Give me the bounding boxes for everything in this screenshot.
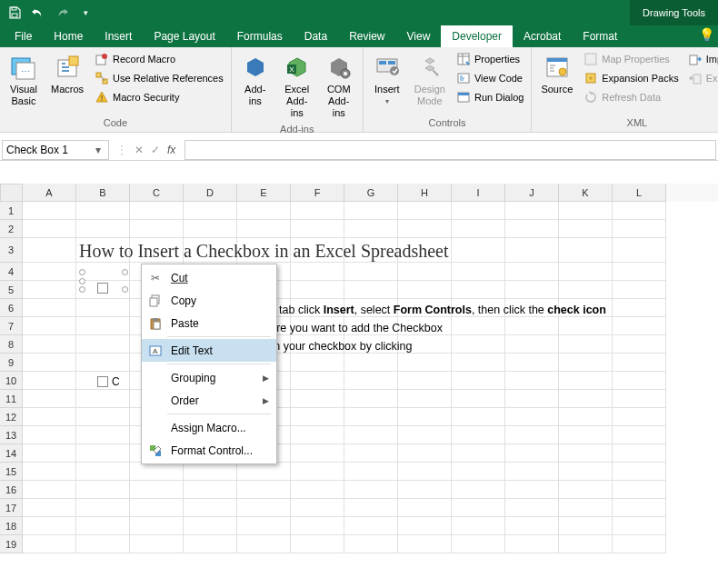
row-header[interactable]: 6	[0, 299, 23, 317]
row-header[interactable]: 10	[0, 372, 23, 390]
row-header[interactable]: 14	[0, 444, 23, 463]
row-header[interactable]: 2	[0, 220, 23, 238]
fx-icon[interactable]: fx	[167, 144, 175, 156]
col-header[interactable]: G	[344, 184, 398, 202]
separator	[167, 414, 271, 414]
source-label: Source	[541, 84, 573, 95]
tab-review[interactable]: Review	[338, 25, 395, 47]
design-mode-button[interactable]: Design Mode	[409, 49, 451, 117]
col-header[interactable]: I	[452, 184, 505, 202]
enter-formula-icon[interactable]: ✓	[151, 144, 160, 156]
run-dialog-button[interactable]: Run Dialog	[454, 89, 525, 105]
row-header[interactable]: 16	[0, 481, 23, 499]
row-header[interactable]: 12	[0, 408, 23, 426]
sheet-text-line: l where you want to add the Checkbox	[250, 322, 443, 334]
formula-bar-row: Check Box 1 ▾ ⋮ ✕ ✓ fx	[0, 139, 718, 161]
row-header[interactable]: 9	[0, 354, 23, 372]
svg-rect-37	[153, 318, 158, 321]
ctx-cut[interactable]: ✂Cut	[142, 266, 276, 289]
checkbox-form-control[interactable]: C	[97, 375, 120, 388]
addins-button[interactable]: Add- ins	[235, 49, 275, 124]
macros-button[interactable]: Macros	[45, 49, 89, 117]
ribbon-group-xml: Source Map Properties Expansion Packs Re…	[532, 47, 718, 132]
ctx-format-control[interactable]: Format Control...	[142, 439, 276, 462]
relative-refs-button[interactable]: Use Relative References	[93, 70, 225, 86]
row-header[interactable]: 7	[0, 317, 23, 335]
record-icon	[95, 52, 109, 66]
undo-icon[interactable]	[31, 5, 45, 20]
tab-file[interactable]: File	[4, 25, 43, 47]
col-header[interactable]: L	[613, 184, 666, 202]
row-header[interactable]: 15	[0, 463, 23, 481]
group-label-controls: Controls	[367, 117, 528, 130]
column-headers: A B C D E F G H I J K L	[0, 184, 718, 202]
ctx-label: Copy	[171, 294, 196, 307]
row-header[interactable]: 11	[0, 390, 23, 408]
row-header[interactable]: 17	[0, 499, 23, 517]
import-button[interactable]: Import	[686, 51, 718, 67]
excel-addins-icon: X	[283, 53, 312, 82]
col-header[interactable]: F	[291, 184, 344, 202]
tab-formulas[interactable]: Formulas	[226, 25, 294, 47]
col-header[interactable]: K	[559, 184, 613, 202]
name-box[interactable]: Check Box 1 ▾	[2, 140, 109, 160]
tab-data[interactable]: Data	[294, 25, 338, 47]
properties-button[interactable]: Properties	[454, 51, 525, 67]
ctx-paste[interactable]: Paste	[142, 312, 276, 334]
col-header[interactable]: D	[184, 184, 237, 202]
tab-page-layout[interactable]: Page Layout	[143, 25, 225, 47]
insert-control-button[interactable]: Insert▾	[367, 49, 407, 117]
svg-rect-35	[150, 298, 157, 306]
ctx-copy[interactable]: Copy	[142, 289, 276, 312]
ctx-assign-macro[interactable]: Assign Macro...	[142, 416, 276, 439]
col-header[interactable]: A	[23, 184, 76, 202]
col-header[interactable]: C	[130, 184, 184, 202]
tab-format[interactable]: Format	[572, 25, 628, 47]
tab-developer[interactable]: Developer	[441, 25, 513, 47]
excel-addins-button[interactable]: XExcel Add-ins	[277, 49, 317, 124]
ctx-edit-text[interactable]: AEdit Text	[142, 339, 276, 362]
row-header[interactable]: 8	[0, 335, 23, 354]
ctx-order[interactable]: Order▶	[142, 389, 276, 412]
row-header[interactable]: 5	[0, 281, 23, 299]
name-box-dropdown-icon[interactable]: ▾	[92, 144, 105, 156]
formula-bar[interactable]	[184, 140, 716, 160]
tell-me-icon[interactable]: 💡	[699, 27, 714, 42]
row-header[interactable]: 13	[0, 426, 23, 444]
row-header[interactable]: 18	[0, 517, 23, 535]
export-button[interactable]: Export	[686, 70, 718, 86]
cells-area[interactable]: How to Insert a Checkbox in an Excel Spr…	[23, 202, 718, 553]
tab-insert[interactable]: Insert	[94, 25, 143, 47]
col-header[interactable]: H	[398, 184, 452, 202]
save-icon[interactable]	[7, 5, 22, 20]
row-header[interactable]: 19	[0, 535, 23, 553]
row-header[interactable]: 3	[0, 238, 23, 263]
record-macro-button[interactable]: Record Macro	[93, 51, 225, 67]
properties-icon	[456, 52, 471, 66]
select-all-corner[interactable]	[0, 184, 23, 202]
refresh-data-button[interactable]: Refresh Data	[582, 89, 680, 105]
redo-icon[interactable]	[55, 5, 69, 20]
qat-customize-icon[interactable]: ▾	[78, 5, 93, 20]
com-addins-button[interactable]: COM Add-ins	[319, 49, 359, 124]
cancel-formula-icon[interactable]: ✕	[135, 144, 144, 156]
col-header[interactable]: E	[237, 184, 291, 202]
view-code-button[interactable]: View Code	[454, 70, 525, 86]
tab-home[interactable]: Home	[43, 25, 94, 47]
visual-basic-button[interactable]: ⋯ Visual Basic	[4, 49, 44, 117]
row-header[interactable]: 1	[0, 202, 23, 220]
col-header[interactable]: J	[505, 184, 559, 202]
tab-acrobat[interactable]: Acrobat	[513, 25, 572, 47]
ctx-grouping[interactable]: Grouping▶	[142, 366, 276, 389]
expansion-packs-button[interactable]: Expansion Packs	[582, 70, 680, 86]
title-bar: ▾ Drawing Tools	[0, 0, 718, 25]
row-header[interactable]: 4	[0, 263, 23, 281]
map-properties-icon	[583, 52, 598, 66]
tab-view[interactable]: View	[396, 25, 442, 47]
svg-text:⋯: ⋯	[21, 66, 30, 76]
map-properties-button[interactable]: Map Properties	[582, 51, 680, 67]
col-header[interactable]: B	[76, 184, 130, 202]
source-button[interactable]: Source	[535, 49, 578, 117]
macro-security-button[interactable]: !Macro Security	[93, 89, 225, 105]
group-label-code: Code	[4, 117, 227, 130]
